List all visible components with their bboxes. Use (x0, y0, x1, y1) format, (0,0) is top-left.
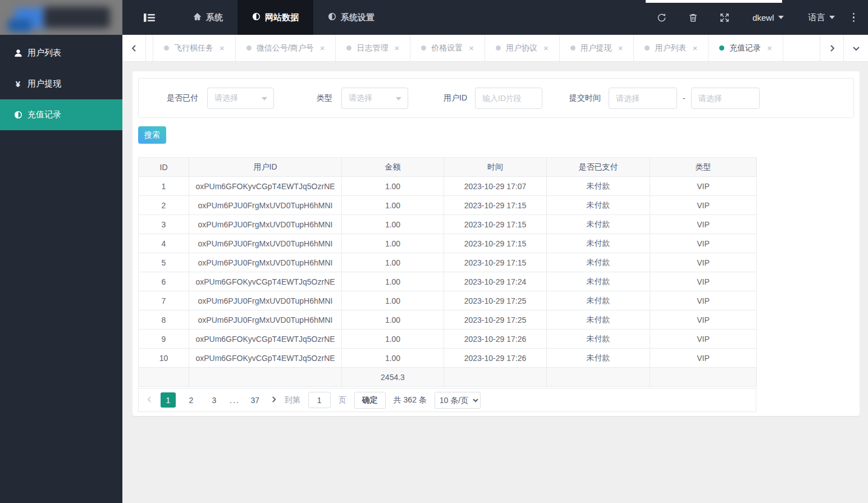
table-row: 10oxPUm6GFOKyvCGpT4EWTJq5OzrNE1.002023-1… (139, 349, 757, 368)
nav-item-system-settings[interactable]: 系统设置 (313, 0, 389, 35)
page-size-select[interactable]: 10 条/页 (435, 392, 481, 409)
tab-item-user-list[interactable]: 用户列表× (634, 35, 709, 61)
table-cell: 2023-10-29 17:26 (444, 349, 547, 368)
prev-page-icon[interactable] (147, 396, 153, 404)
tab-item-recharge-records[interactable]: 充值记录× (709, 35, 783, 61)
page-list: 123...37 (161, 392, 263, 408)
table-cell: VIP (650, 310, 757, 330)
tab-dot (570, 45, 575, 51)
tab-scroll-left-icon[interactable] (122, 35, 146, 61)
close-icon[interactable]: × (767, 43, 772, 53)
table-cell: 1 (139, 177, 189, 196)
yen-icon: ¥ (13, 80, 22, 89)
table-cell: 2023-10-29 17:07 (444, 177, 547, 196)
tab-dropdown-icon[interactable] (843, 35, 868, 61)
fullscreen-icon[interactable] (709, 13, 740, 22)
table-cell: VIP (650, 291, 757, 310)
tab-label: 用户列表 (655, 43, 686, 53)
more-options-icon[interactable] (847, 13, 861, 22)
tab-scroll-right-icon[interactable] (820, 35, 843, 61)
next-page-icon[interactable] (271, 396, 277, 404)
chevron-down-icon (829, 16, 835, 19)
table-cell: 1.00 (342, 177, 444, 196)
table-cell: 2023-10-29 17:24 (444, 272, 547, 291)
search-button[interactable]: 搜索 (138, 126, 166, 144)
pagination-bar: 123...37 到第 页 确定 共 362 条 10 条/页 (138, 388, 756, 412)
contrast-icon (328, 12, 336, 22)
paid-filter-select[interactable]: 请选择 (207, 88, 274, 109)
type-filter-select[interactable]: 请选择 (341, 88, 408, 109)
table-cell: VIP (650, 272, 757, 291)
close-icon[interactable]: × (320, 43, 325, 53)
userid-filter-input[interactable] (475, 88, 542, 109)
time-to-input[interactable] (691, 88, 760, 109)
tab-item-flight-chess-task[interactable]: 飞行棋任务× (153, 35, 236, 61)
time-range-separator: - (683, 94, 686, 103)
chevron-down-icon (778, 16, 784, 19)
sidebar-item-user-list[interactable]: 用户列表 (0, 38, 122, 68)
table-cell: 未付款 (547, 177, 650, 196)
summary-cell (547, 368, 650, 387)
table-cell: 未付款 (547, 234, 650, 253)
goto-page-label: 到第 (285, 395, 300, 405)
tab-dot (421, 45, 426, 51)
tab-label: 日志管理 (357, 43, 388, 53)
userid-filter-label: 用户ID (444, 93, 467, 103)
table-summary-row: 2454.3 (139, 368, 757, 387)
nav-item-system[interactable]: 系统 (179, 0, 237, 35)
table-cell: 9 (139, 330, 189, 349)
table-cell: oxPUm6PJU0FrgMxUVD0TupH6hMNI (189, 253, 342, 272)
paid-filter-placeholder: 请选择 (214, 93, 238, 103)
sidebar-item-user-withdraw[interactable]: ¥用户提现 (0, 68, 122, 99)
type-filter-label: 类型 (317, 93, 332, 103)
user-icon (13, 49, 22, 58)
tab-item-user-withdraw[interactable]: 用户提现× (560, 35, 634, 61)
table-cell: oxPUm6GFOKyvCGpT4EWTJq5OzrNE (189, 272, 342, 291)
table-cell: 未付款 (547, 253, 650, 272)
table-cell: 未付款 (547, 272, 650, 291)
refresh-icon[interactable] (646, 13, 677, 22)
summary-cell (650, 368, 757, 387)
summary-cell: 2454.3 (342, 368, 444, 387)
confirm-page-button[interactable]: 确定 (354, 392, 386, 409)
page-number[interactable]: 3 (207, 392, 222, 408)
tab-list: 飞行棋任务×微信公号/商户号×日志管理×价格设置×用户协议×用户提现×用户列表×… (146, 35, 783, 61)
sidebar-item-label: 用户提现 (28, 79, 61, 89)
top-white-strip (646, 0, 782, 3)
table-cell: VIP (650, 196, 757, 215)
goto-page-input[interactable] (308, 392, 331, 408)
page-number[interactable]: 2 (184, 392, 199, 408)
table-cell: oxPUm6PJU0FrgMxUVD0TupH6hMNI (189, 291, 342, 310)
trash-icon[interactable] (677, 13, 709, 22)
collapse-menu-icon[interactable] (144, 13, 155, 22)
user-menu[interactable]: dkewl (740, 13, 796, 22)
sidebar-item-recharge-records[interactable]: 充值记录 (0, 99, 122, 130)
time-filter-label: 提交时间 (569, 93, 601, 103)
tab-spacer (783, 35, 820, 61)
chevron-down-icon (396, 97, 401, 100)
close-icon[interactable]: × (618, 43, 623, 53)
table-cell: 2023-10-29 17:26 (444, 330, 547, 349)
time-from-input[interactable] (609, 88, 677, 109)
close-icon[interactable]: × (543, 43, 549, 53)
language-menu[interactable]: 语言 (796, 12, 847, 23)
close-icon[interactable]: × (469, 43, 474, 53)
table-cell: 1.00 (342, 196, 444, 215)
tab-item-price-settings[interactable]: 价格设置× (410, 35, 485, 61)
tab-label: 飞行棋任务 (174, 43, 213, 53)
nav-item-site-data[interactable]: 网站数据 (237, 0, 313, 35)
page-number[interactable]: 37 (248, 392, 263, 408)
table-cell: VIP (650, 330, 757, 349)
close-icon[interactable]: × (692, 43, 697, 53)
table-row: 8oxPUm6PJU0FrgMxUVD0TupH6hMNI1.002023-10… (139, 310, 757, 330)
close-icon[interactable]: × (394, 43, 399, 53)
tab-item-log-management[interactable]: 日志管理× (336, 35, 410, 61)
close-icon[interactable]: × (220, 43, 225, 53)
tab-item-user-agreement[interactable]: 用户协议× (485, 35, 560, 61)
page-number[interactable]: 1 (161, 392, 176, 408)
table-cell: VIP (650, 215, 757, 234)
table-cell: 8 (139, 310, 189, 330)
table-cell: 2 (139, 196, 189, 215)
tab-item-wechat-account[interactable]: 微信公号/商户号× (236, 35, 336, 61)
table-cell: VIP (650, 349, 757, 368)
